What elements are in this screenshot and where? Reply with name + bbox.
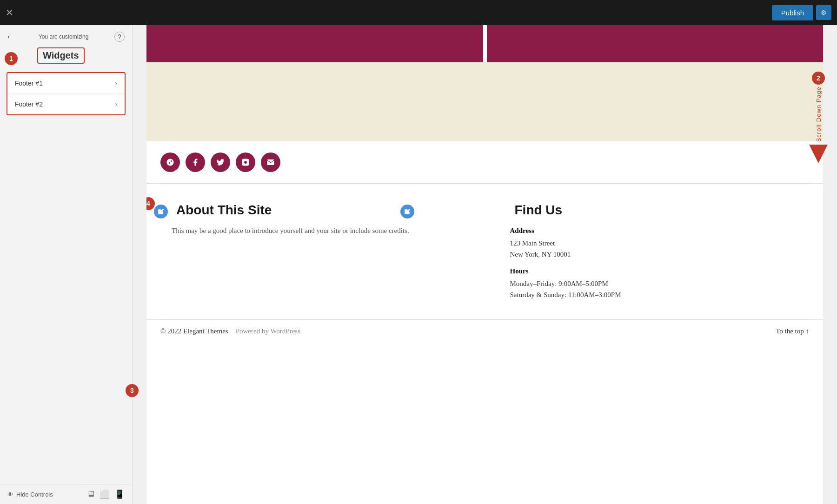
publish-button[interactable]: Publish: [772, 5, 813, 20]
address-label: Address: [510, 227, 810, 235]
badge-4: 4: [146, 197, 155, 210]
gear-button[interactable]: ⚙: [816, 5, 831, 20]
about-text: This may be a good place to introduce yo…: [172, 225, 471, 236]
email-icon[interactable]: [261, 153, 280, 172]
preview-area: 2 Scroll Down Page: [133, 25, 837, 504]
main-layout: 1 ‹ You are customizing ? Widgets Footer…: [0, 25, 837, 504]
tablet-icon[interactable]: ⬜: [100, 489, 110, 499]
widgets-title-box: Widgets: [37, 47, 85, 64]
footer-list: Footer #1 › Footer #2 ›: [7, 72, 126, 115]
top-bar: ✕ Publish ⚙: [0, 0, 837, 25]
hero-bar-left: [146, 25, 483, 62]
badge-1: 1: [5, 52, 18, 65]
hours-text: Monday–Friday: 9:00AM–5:00PM Saturday & …: [510, 278, 810, 300]
hours-line2: Saturday & Sunday: 11:00AM–3:00PM: [510, 289, 810, 300]
address-text: 123 Main Street New York, NY 10001: [510, 238, 810, 260]
social-section: [146, 141, 823, 184]
scroll-arrow-icon: [809, 145, 828, 163]
device-icons: 🖥 ⬜ 📱: [86, 489, 125, 499]
copyright-text: © 2022 Elegant Themes: [160, 327, 228, 335]
hide-controls-button[interactable]: 👁 Hide Controls: [7, 491, 53, 498]
scroll-indicator: 2 Scroll Down Page: [809, 72, 828, 163]
about-column: About This Site This may be a good place…: [160, 203, 471, 300]
customizing-label: You are customizing: [39, 33, 89, 40]
about-title: About This Site: [176, 203, 471, 218]
footer-2-item[interactable]: Footer #2 ›: [7, 94, 125, 114]
find-us-column: Find Us Address 123 Main Street New York…: [499, 203, 810, 300]
address-line1: 123 Main Street: [510, 238, 810, 249]
footer-widgets: 4 About This Site This may be a good pla…: [146, 184, 823, 319]
hours-line1: Monday–Friday: 9:00AM–5:00PM: [510, 278, 810, 289]
back-button[interactable]: ‹: [7, 33, 10, 41]
sidebar: 1 ‹ You are customizing ? Widgets Footer…: [0, 25, 133, 504]
sidebar-header: ‹ You are customizing ?: [0, 25, 132, 46]
hero-bar-right: [487, 25, 824, 62]
facebook-icon[interactable]: [186, 153, 205, 172]
desktop-icon[interactable]: 🖥: [86, 489, 95, 499]
footer-1-item[interactable]: Footer #1 ›: [7, 73, 125, 94]
beige-section: [146, 62, 823, 141]
footer-1-label: Footer #1: [15, 80, 43, 87]
website-preview: 4 About This Site This may be a good pla…: [146, 25, 823, 504]
footer-2-chevron: ›: [115, 100, 117, 108]
eye-icon: 👁: [7, 491, 13, 498]
yelp-icon[interactable]: [160, 153, 180, 172]
bottom-left: © 2022 Elegant Themes Powered by WordPre…: [160, 327, 300, 335]
widgets-title-wrapper: Widgets: [0, 46, 132, 69]
twitter-icon[interactable]: [211, 153, 230, 172]
instagram-icon[interactable]: [236, 153, 255, 172]
find-us-title: Find Us: [515, 203, 810, 218]
badge-2: 2: [812, 72, 825, 85]
scroll-down-text: Scroll Down Page: [815, 86, 822, 142]
sidebar-bottom: 👁 Hide Controls 🖥 ⬜ 📱: [0, 484, 132, 504]
badge-3: 3: [126, 384, 139, 397]
footer-2-label: Footer #2: [15, 100, 43, 108]
help-button[interactable]: ?: [114, 32, 125, 42]
hide-controls-label: Hide Controls: [16, 491, 53, 498]
mobile-icon[interactable]: 📱: [114, 489, 125, 499]
footer-1-chevron: ›: [115, 80, 117, 87]
hours-label: Hours: [510, 267, 810, 275]
widgets-title: Widgets: [43, 50, 79, 60]
address-line2: New York, NY 10001: [510, 249, 810, 260]
site-bottom-bar: © 2022 Elegant Themes Powered by WordPre…: [146, 319, 823, 343]
close-button[interactable]: ✕: [6, 7, 13, 18]
powered-text: Powered by WordPress: [236, 327, 300, 335]
to-top-link[interactable]: To the top ↑: [776, 327, 809, 335]
hero-section: [146, 25, 823, 62]
